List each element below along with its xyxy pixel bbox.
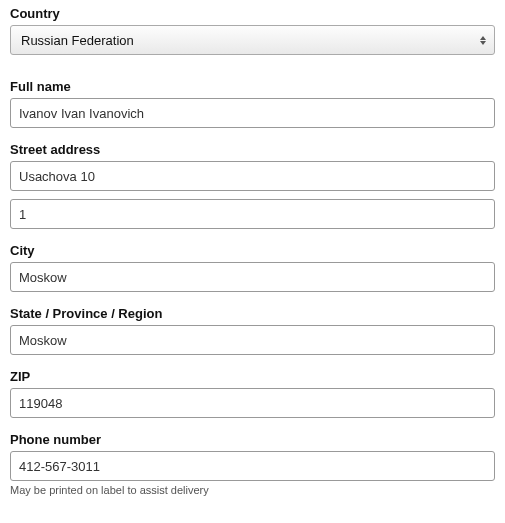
zip-label: ZIP xyxy=(10,369,495,384)
phone-hint: May be printed on label to assist delive… xyxy=(10,484,495,496)
zip-field-group: ZIP xyxy=(10,369,495,418)
city-input[interactable] xyxy=(10,262,495,292)
full-name-input[interactable] xyxy=(10,98,495,128)
full-name-label: Full name xyxy=(10,79,495,94)
country-select[interactable]: Russian Federation xyxy=(10,25,495,55)
country-label: Country xyxy=(10,6,495,21)
city-label: City xyxy=(10,243,495,258)
phone-field-group: Phone number May be printed on label to … xyxy=(10,432,495,496)
country-field-group: Country Russian Federation xyxy=(10,6,495,55)
phone-input[interactable] xyxy=(10,451,495,481)
country-select-value: Russian Federation xyxy=(21,33,472,48)
zip-input[interactable] xyxy=(10,388,495,418)
sort-icon xyxy=(480,34,488,46)
street-line1-input[interactable] xyxy=(10,161,495,191)
phone-label: Phone number xyxy=(10,432,495,447)
full-name-field-group: Full name xyxy=(10,79,495,128)
street-line2-input[interactable] xyxy=(10,199,495,229)
city-field-group: City xyxy=(10,243,495,292)
state-field-group: State / Province / Region xyxy=(10,306,495,355)
state-input[interactable] xyxy=(10,325,495,355)
street-label: Street address xyxy=(10,142,495,157)
street-field-group: Street address xyxy=(10,142,495,229)
state-label: State / Province / Region xyxy=(10,306,495,321)
